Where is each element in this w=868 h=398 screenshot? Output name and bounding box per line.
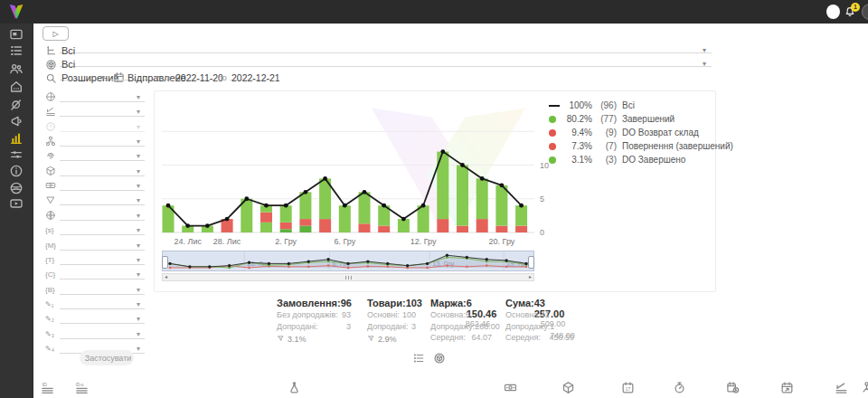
svg-text:17: 17: [626, 386, 631, 392]
legend-item[interactable]: 80.2%(77)Завершений: [549, 112, 733, 126]
svg-text:0: 0: [540, 228, 544, 237]
filter-select[interactable]: [60, 192, 145, 205]
filter-select[interactable]: [60, 310, 145, 324]
chevron-down-icon[interactable]: ▾: [156, 73, 159, 81]
chevron-down-icon[interactable]: ▾: [137, 345, 140, 353]
chevron-down-icon[interactable]: ▾: [137, 108, 140, 116]
play-tutorial-button[interactable]: ▷: [42, 26, 69, 41]
chevron-down-icon[interactable]: ▾: [137, 286, 140, 294]
scrollbar-grip[interactable]: [340, 276, 356, 280]
sidebar-item-integrations-globe[interactable]: [9, 181, 24, 195]
calendar-arrow-icon[interactable]: [780, 381, 794, 394]
filter-select[interactable]: [60, 133, 145, 147]
source-select[interactable]: [60, 40, 712, 53]
stat-subrow: Допродажу:288.00: [430, 322, 492, 334]
sidebar-item-sliders[interactable]: [9, 147, 24, 162]
legend-item[interactable]: 7.3%(7)Повернення (завершений): [549, 139, 733, 153]
sidebar-item-info[interactable]: [9, 164, 24, 178]
filter-select[interactable]: [60, 177, 145, 191]
chevron-down-icon[interactable]: ▾: [137, 300, 140, 308]
filter-select[interactable]: [60, 237, 145, 251]
range-handle-left[interactable]: [162, 256, 168, 269]
sidebar-item-megaphone[interactable]: [9, 114, 24, 128]
hierarchy-person-icon[interactable]: [860, 381, 868, 394]
filter-select[interactable]: [60, 118, 145, 132]
chart-range-navigator[interactable]: 28. Лис6. Гру13. Гру19. Гру: [162, 251, 534, 271]
svg-text:28. Лис: 28. Лис: [213, 237, 241, 246]
stat-subrow: Середня:450.59: [505, 333, 574, 345]
chart-scrollbar[interactable]: ◂ ▸: [162, 273, 534, 281]
chart-legend: 100%(96)Всі80.2%(77)Завершений9.4%(9)DO …: [549, 99, 733, 166]
banknote-icon[interactable]: [504, 381, 517, 394]
id-list-icon[interactable]: ID: [41, 381, 54, 394]
chevron-down-icon[interactable]: ▾: [101, 73, 105, 81]
chevron-down-icon[interactable]: ▾: [137, 212, 140, 220]
sidebar-item-video-tutorial[interactable]: [9, 196, 24, 211]
filter-select[interactable]: [60, 296, 145, 309]
chevron-down-icon[interactable]: ▾: [137, 182, 140, 190]
stat-subrow: Основні:100: [367, 310, 416, 322]
source-tree-icon: [45, 45, 57, 57]
stopwatch-icon[interactable]: [673, 381, 686, 394]
filter-select[interactable]: [60, 147, 145, 161]
filter-select[interactable]: [60, 281, 145, 295]
filter-select[interactable]: [60, 103, 145, 117]
chevron-down-icon[interactable]: ▾: [703, 60, 706, 68]
calendar-17-icon[interactable]: 17: [621, 381, 635, 394]
chevron-down-icon[interactable]: ▾: [137, 123, 140, 131]
sidebar-item-users[interactable]: [9, 62, 24, 76]
package-icon[interactable]: [561, 381, 575, 394]
notification-badge: 1: [851, 3, 860, 12]
sidebar-item-analytics-chart[interactable]: [9, 131, 24, 146]
chevron-down-icon[interactable]: ▾: [137, 226, 140, 234]
legend-item[interactable]: 9.4%(9)DO Возврат склад: [549, 126, 733, 139]
date-from-value[interactable]: 2022-11-20: [175, 72, 223, 83]
brand-logo[interactable]: [7, 3, 25, 21]
stat-title: Маржа:6 150.46: [430, 298, 492, 310]
chevron-down-icon[interactable]: ▾: [137, 242, 140, 250]
product-select[interactable]: [60, 53, 712, 67]
filter-select[interactable]: [60, 207, 145, 221]
search-icon[interactable]: [45, 72, 57, 84]
sidebar-nav: [0, 24, 33, 398]
filter-select[interactable]: [60, 163, 145, 176]
date-to-value[interactable]: 2022-12-21: [231, 72, 280, 83]
sidebar-item-media-card[interactable]: [9, 27, 24, 42]
legend-item[interactable]: 100%(96)Всі: [549, 99, 733, 112]
brace-icon: {T}: [45, 256, 54, 264]
scroll-left-icon[interactable]: ◂: [165, 273, 167, 280]
flask-icon[interactable]: [288, 381, 301, 394]
filter-select[interactable]: [60, 251, 145, 265]
range-handle-right[interactable]: [528, 256, 534, 269]
package-view-icon[interactable]: [433, 352, 446, 365]
ruler-icon[interactable]: [835, 381, 848, 394]
secondary-avatar[interactable]: [862, 4, 868, 20]
filter-select[interactable]: [60, 266, 145, 280]
chevron-down-icon[interactable]: ▾: [137, 315, 140, 323]
list-view-icon[interactable]: [412, 352, 425, 365]
sidebar-item-warehouse-network[interactable]: [9, 80, 24, 94]
scroll-right-icon[interactable]: ▸: [529, 273, 532, 280]
id-o-list-icon[interactable]: ID-o: [75, 381, 89, 394]
user-avatar[interactable]: [826, 5, 840, 19]
chevron-down-icon[interactable]: ▾: [137, 330, 140, 338]
sidebar-item-orders-list[interactable]: [9, 43, 24, 58]
chevron-down-icon[interactable]: ▾: [137, 256, 140, 264]
sidebar-item-promo-tag[interactable]: [9, 98, 24, 112]
calendar-clock-icon[interactable]: [726, 381, 740, 394]
chevron-down-icon[interactable]: ▾: [137, 270, 140, 279]
chevron-down-icon[interactable]: ▾: [137, 152, 140, 160]
brace-icon: {B}: [45, 286, 55, 294]
chevron-down-icon[interactable]: ▾: [137, 93, 140, 101]
stat-subrow: Допродані:3: [277, 322, 351, 334]
filter-select[interactable]: [60, 326, 145, 339]
search-mode-value[interactable]: Розширений: [61, 72, 118, 83]
chevron-down-icon[interactable]: ▾: [137, 196, 140, 204]
chevron-down-icon[interactable]: ▾: [137, 137, 140, 146]
legend-item[interactable]: 3.1%(3)DO Завершено: [549, 153, 733, 166]
chevron-down-icon[interactable]: ▾: [137, 167, 140, 175]
filter-select[interactable]: [60, 222, 145, 235]
apply-button[interactable]: Застосувати: [80, 350, 134, 365]
legend-dot-swatch: [549, 143, 556, 150]
filter-select[interactable]: [60, 89, 145, 102]
